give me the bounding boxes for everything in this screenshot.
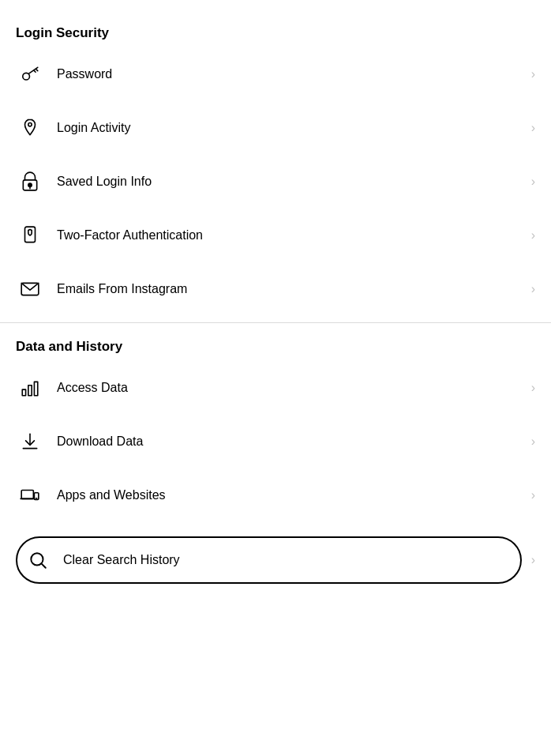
chevron-icon-clear-search: › <box>531 553 535 567</box>
svg-line-3 <box>34 70 36 72</box>
section-title-data-and-history: Data and History <box>0 329 551 361</box>
email-icon <box>16 275 44 303</box>
svg-rect-12 <box>34 382 37 395</box>
svg-rect-10 <box>22 389 25 396</box>
chevron-icon-two-factor: › <box>531 228 535 243</box>
clear-search-history-label: Clear Search History <box>63 553 508 567</box>
menu-item-login-activity[interactable]: Login Activity › <box>0 101 551 155</box>
section-data-and-history: Data and History Access Data › <box>0 329 551 598</box>
chevron-icon-saved-login: › <box>531 175 535 189</box>
svg-rect-15 <box>21 491 33 499</box>
download-data-label: Download Data <box>57 434 525 449</box>
apps-and-websites-label: Apps and Websites <box>57 488 525 502</box>
chevron-icon-emails: › <box>531 282 535 296</box>
chevron-icon-login-activity: › <box>531 121 535 135</box>
login-activity-label: Login Activity <box>57 121 525 135</box>
access-data-label: Access Data <box>57 381 525 395</box>
password-label: Password <box>57 67 525 81</box>
section-title-login-security: Login Security <box>0 16 551 47</box>
svg-point-4 <box>28 123 32 126</box>
chevron-icon-apps: › <box>531 488 535 502</box>
chevron-icon-access-data: › <box>531 381 535 395</box>
saved-login-info-label: Saved Login Info <box>57 175 525 189</box>
search-icon <box>24 546 52 574</box>
chevron-icon-password: › <box>531 67 535 81</box>
menu-item-password[interactable]: Password › <box>0 47 551 101</box>
settings-page: Login Security Password › <box>0 0 551 614</box>
menu-item-two-factor-auth[interactable]: Two-Factor Authentication › <box>0 209 551 262</box>
phone-shield-icon <box>16 221 44 250</box>
menu-item-emails-from-instagram[interactable]: Emails From Instagram › <box>0 262 551 316</box>
two-factor-auth-label: Two-Factor Authentication <box>57 228 525 243</box>
chevron-icon-download-data: › <box>531 434 535 449</box>
location-icon <box>16 114 44 142</box>
download-icon <box>16 427 44 456</box>
key-icon <box>16 60 44 88</box>
svg-line-2 <box>36 70 38 71</box>
svg-point-0 <box>23 73 30 80</box>
section-divider <box>0 322 551 323</box>
menu-item-access-data[interactable]: Access Data › <box>0 361 551 415</box>
menu-item-download-data[interactable]: Download Data › <box>0 415 551 468</box>
section-login-security: Login Security Password › <box>0 16 551 316</box>
menu-item-apps-and-websites[interactable]: Apps and Websites › <box>0 468 551 522</box>
menu-item-saved-login-info[interactable]: Saved Login Info › <box>0 155 551 209</box>
keyhole-icon <box>16 167 44 196</box>
bar-chart-icon <box>16 374 44 402</box>
svg-rect-11 <box>28 386 32 396</box>
emails-from-instagram-label: Emails From Instagram <box>57 282 525 296</box>
apps-icon <box>16 481 44 510</box>
svg-line-20 <box>42 564 46 568</box>
menu-item-clear-search-history[interactable]: Clear Search History › <box>0 522 551 598</box>
